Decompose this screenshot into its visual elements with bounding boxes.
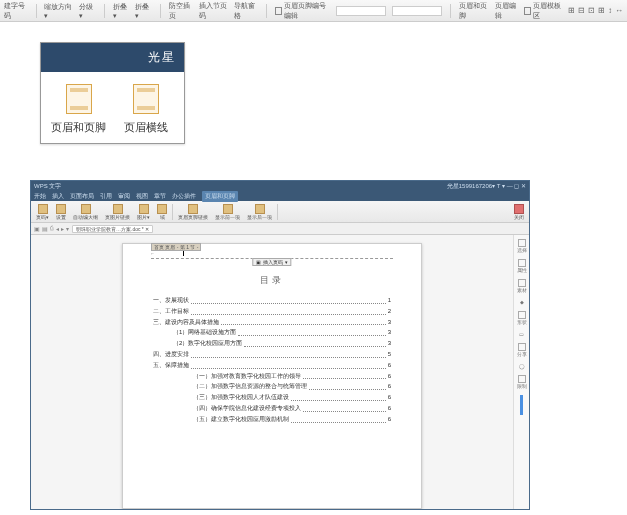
- menu-tab[interactable]: 视图: [136, 192, 148, 201]
- insert-page-number[interactable]: ▣ 插入页码 ▾: [252, 258, 291, 266]
- menu-tab[interactable]: 开始: [34, 192, 46, 201]
- sb-limit[interactable]: 限制: [517, 375, 527, 389]
- menu-tab[interactable]: 引用: [100, 192, 112, 201]
- link-icon: [113, 204, 123, 214]
- menu-tab[interactable]: 章节: [154, 192, 166, 201]
- rb-item[interactable]: 折叠 ▾: [113, 2, 130, 20]
- toc-row: （一）加强对教育数字化校园工作的领导6: [153, 371, 391, 382]
- toc-title: 目录: [153, 274, 391, 287]
- field-input[interactable]: [392, 6, 442, 16]
- menu-tab[interactable]: 办公插件: [172, 192, 196, 201]
- sb-shape[interactable]: 形状: [517, 311, 527, 325]
- page: ⌐ 首页 页眉 - 第 1 节 - ▣ 插入页码 ▾ 目录 一、发展现状1二、工…: [122, 243, 422, 509]
- rb-item[interactable]: 导航窗格: [234, 1, 258, 21]
- toc-row: （四）确保学院信息化建设经费专项投入6: [153, 403, 391, 414]
- field-input[interactable]: [336, 6, 386, 16]
- toc-row: 一、发展现状1: [153, 295, 391, 306]
- doc-tab[interactable]: 明珠职业学院教育…方案.doc * ✕: [72, 225, 153, 233]
- toc-row: （五）建立数字化校园应用激励机制6: [153, 414, 391, 425]
- hf-link-icon: [188, 204, 198, 214]
- toc-row: 二、工作目标2: [153, 306, 391, 317]
- tb-field[interactable]: 域: [155, 203, 169, 221]
- right-sidebar: 选择 属性 素材 ◆ 形状 ▭ 分享 ◯ 限制: [513, 235, 529, 509]
- doc-tabbar: ▣ ▤ ⎙ ◂ ▸ ▾ 明珠职业学院教育…方案.doc * ✕: [31, 223, 529, 235]
- close-icon: [514, 204, 524, 214]
- toc-row: （2）数字化校园应用方面3: [153, 338, 391, 349]
- toc-row: 三、建设内容及具体措施3: [153, 317, 391, 328]
- qat-btn[interactable]: ▤: [42, 225, 48, 232]
- rb-item[interactable]: 折叠 ▾: [135, 2, 152, 20]
- mini-icon[interactable]: ↕: [608, 6, 612, 15]
- prev-icon: [223, 204, 233, 214]
- mini-icon[interactable]: ⊞: [598, 6, 605, 15]
- menu-tab-active[interactable]: 页眉和页脚: [202, 191, 238, 202]
- sb-share[interactable]: 分享: [517, 343, 527, 357]
- document-area[interactable]: ⌐ 首页 页眉 - 第 1 节 - ▣ 插入页码 ▾ 目录 一、发展现状1二、工…: [31, 235, 513, 509]
- toc-row: （三）加强数字化校园人才队伍建设6: [153, 392, 391, 403]
- qat-btn[interactable]: ▣: [34, 225, 40, 232]
- qat-btn[interactable]: ◂: [56, 225, 59, 232]
- app-brand: WPS 文字: [34, 182, 61, 191]
- rb-item[interactable]: 插入节页码: [199, 1, 228, 21]
- mini-icon[interactable]: ⊡: [588, 6, 595, 15]
- wps-window: WPS 文字 光星1599167206▾ T ▾ — ◻ ✕ 开始 插入 页面布…: [30, 180, 530, 510]
- image-icon: [139, 204, 149, 214]
- menu-tab[interactable]: 审阅: [118, 192, 130, 201]
- sb-item[interactable]: ◆: [520, 299, 524, 305]
- header-line-button[interactable]: 页眉横线: [113, 80, 181, 139]
- tb-hf-link[interactable]: 页眉页脚链接: [176, 203, 210, 221]
- header-tag[interactable]: 首页 页眉 - 第 1 节 -: [151, 243, 201, 251]
- tb-prev[interactable]: 显示前一项: [213, 203, 242, 221]
- rb-item[interactable]: 缩放方向 ▾: [44, 2, 73, 20]
- tb-close[interactable]: 关闭: [512, 203, 526, 221]
- rb-item[interactable]: 页眉和页脚: [459, 1, 488, 21]
- sidebar-accent: [520, 395, 523, 415]
- quick-access: ▣ ▤ ⎙ ◂ ▸ ▾: [34, 225, 69, 232]
- toc: 一、发展现状1二、工作目标2三、建设内容及具体措施3（1）网络基础设施方面3（2…: [153, 295, 391, 425]
- menubar: 开始 插入 页面布局 引用 审阅 视图 章节 办公插件 页眉和页脚: [31, 191, 529, 201]
- header-footer-panel: 光星 页眉和页脚 页眉横线: [40, 42, 185, 144]
- menu-tab[interactable]: 页面布局: [70, 192, 94, 201]
- qat-btn[interactable]: ⎙: [50, 225, 54, 232]
- outline-icon: [81, 204, 91, 214]
- mini-icon[interactable]: ⊟: [578, 6, 585, 15]
- qat-btn[interactable]: ▸: [61, 225, 64, 232]
- mini-icon[interactable]: ↔: [615, 6, 623, 15]
- tb-page-number[interactable]: 页码▾: [34, 203, 51, 221]
- rb-item[interactable]: 页眉编辑: [495, 1, 519, 21]
- mini-icon[interactable]: ⊞: [568, 6, 575, 15]
- tb-image[interactable]: 图片▾: [135, 203, 152, 221]
- page-number-icon: [38, 204, 48, 214]
- rb-item[interactable]: 建字号码: [4, 1, 28, 21]
- toolbar: 页码▾ 设置 自动编大纲 页图片链接 图片▾ 域 页眉页脚链接 显示前一项 显示…: [31, 201, 529, 223]
- tb-next[interactable]: 显示后一项: [245, 203, 274, 221]
- tb-auto-outline[interactable]: 自动编大纲: [71, 203, 100, 221]
- sb-select[interactable]: 选择: [517, 239, 527, 253]
- tb-settings[interactable]: 设置: [54, 203, 68, 221]
- toc-row: （二）加强数字信息资源的整合与统筹管理6: [153, 381, 391, 392]
- sb-item[interactable]: ◯: [519, 363, 525, 369]
- field-icon: [157, 204, 167, 214]
- header-footer-button[interactable]: 页眉和页脚: [45, 80, 113, 139]
- titlebar: WPS 文字 光星1599167206▾ T ▾ — ◻ ✕: [31, 181, 529, 191]
- tb-page-link[interactable]: 页图片链接: [103, 203, 132, 221]
- toc-row: （1）网络基础设施方面3: [153, 327, 391, 338]
- pgnum-icon: ▣: [256, 259, 261, 265]
- menu-tab[interactable]: 插入: [52, 192, 64, 201]
- sb-material[interactable]: 素材: [517, 279, 527, 293]
- checkbox[interactable]: [275, 7, 282, 15]
- rb-item[interactable]: 分级 ▾: [79, 2, 96, 20]
- sb-item[interactable]: ▭: [519, 331, 524, 337]
- titlebar-right[interactable]: 光星1599167206▾ T ▾ — ◻ ✕: [447, 182, 526, 191]
- checkbox[interactable]: [524, 7, 531, 15]
- sb-props[interactable]: 属性: [517, 259, 527, 273]
- toc-row: 四、进度安排5: [153, 349, 391, 360]
- header-footer-icon: [66, 84, 92, 114]
- settings-icon: [56, 204, 66, 214]
- next-icon: [255, 204, 265, 214]
- mini-icons: ⊞ ⊟ ⊡ ⊞ ↕ ↔: [568, 6, 623, 15]
- panel-title: 光星: [41, 43, 184, 72]
- qat-btn[interactable]: ▾: [66, 225, 69, 232]
- toc-row: 五、保障措施6: [153, 360, 391, 371]
- rb-item[interactable]: 防空插页: [169, 1, 193, 21]
